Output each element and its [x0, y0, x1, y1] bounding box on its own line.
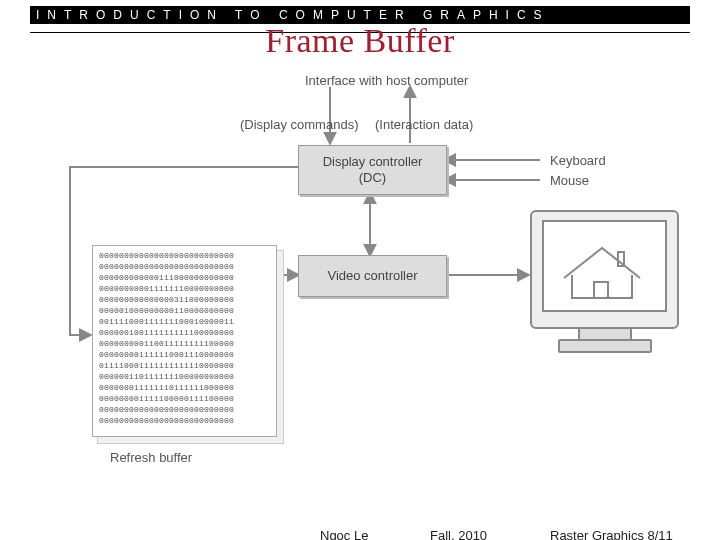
footer-author: Ngoc Le [320, 528, 368, 540]
box-display-controller: Display controller (DC) [298, 145, 447, 195]
box-vc-label: Video controller [327, 268, 417, 284]
label-keyboard: Keyboard [550, 153, 606, 168]
label-mouse: Mouse [550, 173, 589, 188]
frame-buffer-diagram: Interface with host computer (Display co… [30, 75, 690, 485]
svg-rect-8 [594, 282, 608, 298]
label-refresh-buffer: Refresh buffer [110, 450, 192, 465]
house-icon [542, 220, 663, 308]
box-dc-line1: Display controller [323, 154, 423, 169]
refresh-buffer-box: 000000000000000000000000000 000000000000… [92, 245, 277, 437]
monitor-illustration [530, 210, 675, 355]
label-interaction-data: (Interaction data) [375, 117, 473, 132]
footer-page: Raster Graphics 8/11 [550, 528, 673, 540]
slide-title: Frame Buffer [0, 22, 720, 60]
footer-term: Fall, 2010 [430, 528, 487, 540]
box-dc-line2: (DC) [359, 170, 386, 185]
label-display-commands: (Display commands) [240, 117, 358, 132]
label-interface-host: Interface with host computer [305, 73, 468, 88]
box-video-controller: Video controller [298, 255, 447, 297]
